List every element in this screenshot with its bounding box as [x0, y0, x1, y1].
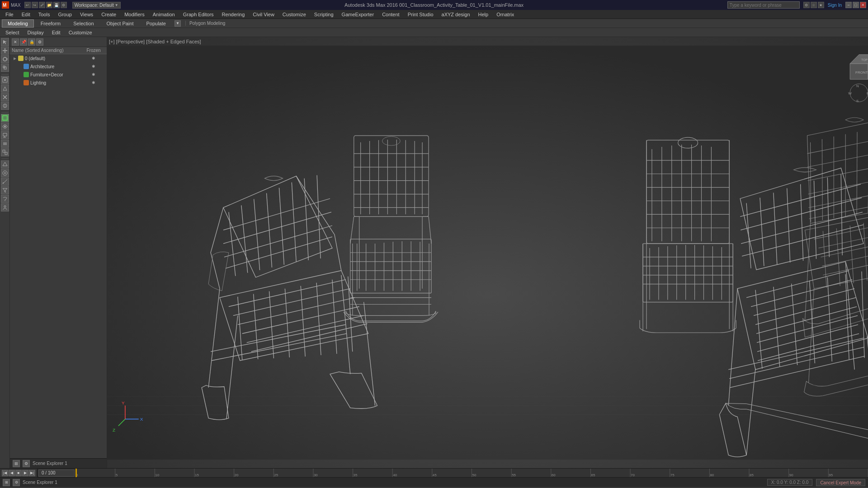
lt-btn-15[interactable]: [1, 169, 9, 177]
toolbar-icon-6[interactable]: ⚙: [61, 2, 67, 8]
workspace-selector[interactable]: Workspace: Default ▼: [72, 2, 121, 9]
timeline: |◀ ◀ ■ ▶ ▶| 0 / 100: [0, 468, 868, 477]
freeze-icon: ✱: [82, 64, 105, 69]
menu-axyz[interactable]: aXYZ design: [438, 11, 474, 18]
menu-group[interactable]: Group: [54, 11, 75, 18]
lt-move-btn[interactable]: [1, 47, 9, 55]
statusbar-label: Scene Explorer 1: [23, 480, 57, 485]
lt-btn-13[interactable]: [1, 148, 9, 156]
win-close[interactable]: ✕: [860, 2, 866, 8]
menu-graph-editors[interactable]: Graph Editors: [179, 11, 217, 18]
titlebar-icon-a[interactable]: ⚙: [803, 2, 810, 8]
menu-ornatrix[interactable]: Ornatrix: [493, 11, 518, 18]
viewport-canvas[interactable]: X Y Z FRONT TOP: [107, 37, 868, 468]
list-item[interactable]: ▶ Lighting ✱: [10, 79, 107, 87]
search-input[interactable]: [727, 1, 800, 9]
toolbar-icon-1[interactable]: ↩: [24, 2, 31, 8]
tab-freeform[interactable]: Freeform: [35, 19, 67, 28]
t-display[interactable]: Display: [24, 29, 47, 36]
lt-btn-10[interactable]: [1, 122, 9, 131]
btn-play-forward[interactable]: ▶: [22, 470, 28, 476]
t-select[interactable]: Select: [2, 29, 23, 36]
lt-btn-7[interactable]: [1, 93, 9, 101]
lt-btn-9[interactable]: [1, 114, 9, 122]
sc-close-btn[interactable]: ✕: [12, 38, 19, 46]
statusbar-btn-2[interactable]: ⚙: [13, 479, 20, 486]
ribbon-dropdown-btn[interactable]: ▼: [175, 20, 181, 27]
win-restore[interactable]: □: [853, 2, 859, 8]
list-item[interactable]: ▶ Architecture ✱: [10, 62, 107, 70]
freeze-icon: ✱: [82, 80, 105, 85]
signin-area[interactable]: Sign In: [828, 3, 842, 8]
toolbar-secondary: Select Display Edit Customize: [0, 28, 868, 37]
window-title: Autodesk 3ds Max 2016 001_Classroom_Acti…: [344, 2, 524, 8]
tab-modeling[interactable]: Modeling: [2, 19, 34, 28]
win-minimize[interactable]: −: [845, 2, 852, 8]
sc-lock-btn[interactable]: 🔒: [28, 38, 35, 46]
svg-text:X: X: [140, 417, 143, 422]
lt-btn-5[interactable]: [1, 76, 9, 84]
menu-customize[interactable]: Customize: [279, 11, 310, 18]
menu-edit[interactable]: Edit: [18, 11, 34, 18]
t-edit[interactable]: Edit: [48, 29, 64, 36]
list-item[interactable]: ▶ 0 (default) ✱: [10, 54, 107, 62]
cancel-expert-btn[interactable]: Cancel Expert Mode: [816, 479, 865, 486]
timeline-playhead: [75, 469, 77, 477]
titlebar-icon-c[interactable]: ★: [818, 2, 824, 8]
menu-game-exporter[interactable]: GameExporter: [338, 11, 378, 18]
toolbar-icon-2[interactable]: ↪: [32, 2, 38, 8]
menu-create[interactable]: Create: [98, 11, 120, 18]
signin-label[interactable]: Sign In: [828, 3, 842, 8]
menu-tools[interactable]: Tools: [35, 11, 54, 18]
svg-marker-24: [3, 162, 7, 166]
btn-play-stop[interactable]: ■: [15, 470, 22, 476]
btn-keyframe-prev[interactable]: |◀: [2, 470, 8, 476]
arrow-icon: ▶: [14, 56, 18, 61]
sc-footer-btn-2[interactable]: ⚙: [23, 460, 30, 467]
toolbar-icon-5[interactable]: 💾: [53, 2, 60, 8]
menu-scripting[interactable]: Scripting: [311, 11, 337, 18]
lt-btn-16[interactable]: [1, 178, 9, 186]
menu-modifiers[interactable]: Modifiers: [121, 11, 148, 18]
menu-print-studio[interactable]: Print Studio: [404, 11, 437, 18]
lt-rotate-btn[interactable]: [1, 55, 9, 63]
lt-btn-8[interactable]: [1, 102, 9, 110]
lt-btn-12[interactable]: [1, 140, 9, 148]
lt-btn-6[interactable]: [1, 84, 9, 93]
menu-civil-view[interactable]: Civil View: [249, 11, 278, 18]
btn-play-back[interactable]: ◀: [9, 470, 15, 476]
menu-help[interactable]: Help: [475, 11, 492, 18]
t-customize[interactable]: Customize: [65, 29, 96, 36]
viewport[interactable]: [+] [Perspective] [Shaded + Edged Faces]: [107, 37, 868, 468]
statusbar-btn-1[interactable]: ⊞: [3, 479, 10, 486]
sc-options-btn[interactable]: ⚙: [36, 38, 43, 46]
sc-pin-btn[interactable]: 📌: [20, 38, 27, 46]
tab-populate[interactable]: Populate: [140, 19, 171, 28]
lt-filter-btn[interactable]: [1, 186, 9, 194]
lt-btn-19[interactable]: [1, 203, 9, 211]
lt-btn-14[interactable]: [1, 160, 9, 169]
menu-rendering[interactable]: Rendering: [218, 11, 249, 18]
lt-btn-18[interactable]: [1, 195, 9, 203]
list-item[interactable]: ▶ Furniture+Decor ✱: [10, 70, 107, 79]
sc-footer-btn-1[interactable]: ⊞: [13, 460, 20, 467]
timeline-track[interactable]: [75, 469, 868, 477]
toolbar-icon-3[interactable]: 🖉: [39, 2, 45, 8]
tab-selection[interactable]: Selection: [67, 19, 99, 28]
tab-object-paint[interactable]: Object Paint: [101, 19, 140, 28]
svg-text:Y: Y: [122, 400, 125, 405]
workspace-label: Workspace: Default: [75, 3, 114, 8]
lt-select-btn[interactable]: [1, 38, 9, 46]
btn-keyframe-next[interactable]: ▶|: [29, 470, 35, 476]
scene-toolbar: ✕ 📌 🔒 ⚙: [10, 37, 107, 47]
menu-views[interactable]: Views: [76, 11, 97, 18]
svg-text:M: M: [3, 3, 6, 8]
lt-btn-11[interactable]: [1, 131, 9, 139]
lt-scale-btn[interactable]: [1, 64, 9, 72]
menu-content[interactable]: Content: [378, 11, 403, 18]
titlebar-icon-b[interactable]: ☆: [811, 2, 817, 8]
menu-file[interactable]: File: [2, 11, 17, 18]
menu-animation[interactable]: Animation: [149, 11, 179, 18]
toolbar-icon-4[interactable]: 📁: [46, 2, 52, 8]
freeze-icon: ✱: [82, 56, 105, 61]
